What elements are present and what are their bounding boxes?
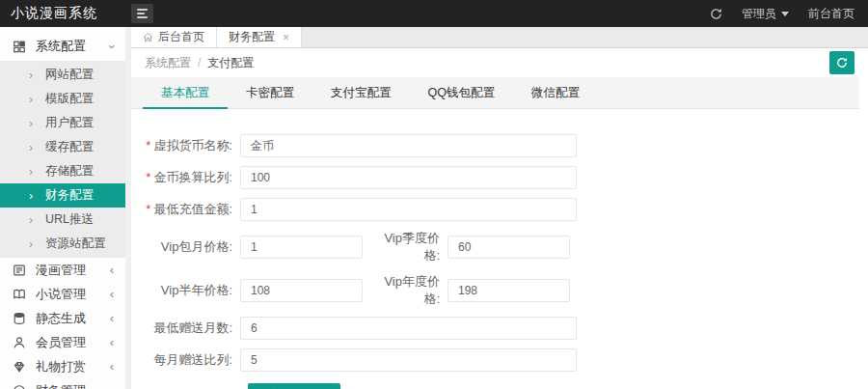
form-actions: 更新配置信息 — [248, 383, 868, 389]
breadcrumb-current: 支付配置 — [207, 55, 254, 71]
form-row: *虚拟货币名称: — [139, 134, 868, 157]
sidebar-item-comic-management[interactable]: 漫画管理 — [0, 258, 125, 282]
app-title: 小说漫画系统 — [0, 5, 131, 22]
monthly-gift-ratio-field[interactable] — [240, 348, 577, 372]
field-label: *金币换算比列: — [139, 169, 240, 186]
sidebar-item-url-push[interactable]: URL推送 — [0, 208, 125, 232]
scrollbar-track — [859, 50, 868, 389]
sidebar-group-system-config[interactable]: 系统配置 — [0, 32, 125, 61]
main-content: 后台首页 财务配置 × 系统配置 / 支付配置 基本配置 卡密配置 支付宝配置 … — [131, 27, 868, 389]
sidebar-group-label: 系统配置 — [36, 38, 86, 55]
diamond-icon — [12, 360, 27, 374]
field-label: Vip半年价格: — [139, 282, 240, 299]
sidebar-item-label: 存储配置 — [45, 163, 94, 180]
vip-year-price-field[interactable] — [448, 279, 570, 302]
label-text: 金币换算比列: — [153, 170, 232, 184]
vip-half-year-price-field[interactable] — [240, 279, 363, 302]
field-label: 每月赠送比列: — [139, 351, 240, 369]
close-icon[interactable]: × — [283, 31, 289, 44]
update-config-button[interactable]: 更新配置信息 — [248, 383, 340, 389]
field-label: Vip季度价格: — [370, 230, 448, 264]
refresh-button[interactable] — [829, 51, 854, 74]
chevron-left-icon — [110, 383, 114, 389]
vip-quarter-price-field[interactable] — [448, 236, 570, 259]
sidebar-item-user-config[interactable]: 用户配置 — [0, 111, 125, 135]
tab-label: 微信配置 — [531, 85, 580, 101]
field-label: Vip年度价格: — [370, 273, 448, 308]
sidebar-item-template-config[interactable]: 模版配置 — [0, 87, 125, 111]
min-recharge-field[interactable] — [240, 198, 577, 221]
tab-alipay-config[interactable]: 支付宝配置 — [312, 77, 410, 108]
sidebar-item-label: 用户配置 — [45, 115, 94, 131]
config-tabs: 基本配置 卡密配置 支付宝配置 QQ钱包配置 微信配置 — [131, 77, 868, 109]
sidebar-item-label: 财务管理 — [36, 382, 86, 389]
field-label: *虚拟货币名称: — [139, 137, 240, 154]
sidebar-item-cache-config[interactable]: 缓存配置 — [0, 135, 125, 159]
vip-month-price-field[interactable] — [240, 236, 363, 259]
sidebar-item-website-config[interactable]: 网站配置 — [0, 63, 125, 87]
hamburger-icon — [137, 9, 148, 18]
breadcrumb: 系统配置 / 支付配置 — [131, 48, 868, 77]
refresh-icon — [836, 57, 848, 69]
min-gift-months-field[interactable] — [240, 317, 577, 340]
frontend-home-link[interactable]: 前台首页 — [808, 6, 854, 22]
sidebar-item-member-management[interactable]: 会员管理 — [0, 330, 125, 354]
tab-finance-config[interactable]: 财务配置 × — [217, 27, 302, 47]
breadcrumb-parent[interactable]: 系统配置 — [145, 55, 191, 71]
sidebar-item-novel-management[interactable]: 小说管理 — [0, 282, 125, 306]
tab-label: 基本配置 — [161, 85, 209, 101]
book-icon — [12, 288, 27, 301]
required-mark: * — [146, 170, 150, 184]
sidebar-item-static-generation[interactable]: 静态生成 — [0, 306, 125, 330]
sidebar-item-label: URL推送 — [45, 211, 94, 228]
virtual-currency-name-field[interactable] — [240, 134, 577, 157]
tab-label: 后台首页 — [158, 29, 204, 45]
sidebar-item-label: 漫画管理 — [36, 262, 86, 279]
admin-label: 管理员 — [742, 6, 776, 22]
sidebar-item-label: 缓存配置 — [45, 139, 94, 155]
chevron-left-icon — [110, 311, 114, 325]
tab-backend-home[interactable]: 后台首页 — [131, 27, 217, 47]
sidebar-item-label: 模版配置 — [45, 91, 94, 107]
refresh-icon[interactable] — [710, 8, 722, 20]
tab-wechat-config[interactable]: 微信配置 — [513, 77, 598, 108]
required-mark: * — [146, 202, 150, 216]
basic-config-form: *虚拟货币名称: *金币换算比列: *最低充值金额: Vip包月价格: Vip季… — [131, 109, 868, 389]
sidebar-item-resource-site-config[interactable]: 资源站配置 — [0, 232, 125, 256]
sidebar-item-label: 礼物打赏 — [36, 358, 86, 375]
form-row: Vip包月价格: Vip季度价格: — [139, 230, 868, 264]
label-text: 最低充值金额: — [153, 202, 232, 216]
tab-basic-config[interactable]: 基本配置 — [143, 77, 228, 108]
form-row: 最低赠送月数: — [139, 317, 868, 340]
sidebar-item-storage-config[interactable]: 存储配置 — [0, 159, 125, 183]
home-icon — [143, 32, 153, 42]
sidebar-item-label: 网站配置 — [45, 67, 94, 83]
label-text: 虚拟货币名称: — [153, 138, 232, 153]
sidebar-item-finance-management[interactable]: ¥ 财务管理 — [0, 378, 125, 389]
sidebar-item-label: 静态生成 — [36, 310, 86, 327]
sidebar-item-finance-config[interactable]: 财务配置 — [0, 183, 125, 208]
sidebar-item-label: 会员管理 — [36, 334, 86, 351]
chevron-down-icon — [104, 44, 119, 48]
database-icon — [12, 312, 27, 325]
top-header: 小说漫画系统 管理员 前台首页 — [0, 0, 868, 27]
user-icon — [12, 336, 27, 349]
menu-toggle-button[interactable] — [131, 4, 153, 23]
coin-ratio-field[interactable] — [240, 166, 577, 189]
form-row: Vip半年价格: Vip年度价格: — [139, 273, 868, 308]
yen-circle-icon: ¥ — [12, 384, 27, 389]
sidebar-item-gift-reward[interactable]: 礼物打赏 — [0, 354, 125, 378]
tab-label: 支付宝配置 — [331, 85, 392, 101]
chevron-left-icon — [110, 287, 114, 301]
tab-label: QQ钱包配置 — [428, 85, 495, 101]
tab-label: 财务配置 — [229, 29, 275, 45]
comic-icon — [12, 264, 27, 277]
tab-qq-wallet-config[interactable]: QQ钱包配置 — [410, 77, 513, 108]
breadcrumb-separator: / — [198, 56, 201, 69]
form-row: *金币换算比列: — [139, 166, 868, 189]
tab-card-config[interactable]: 卡密配置 — [228, 77, 312, 108]
admin-dropdown[interactable]: 管理员 — [742, 6, 789, 22]
page-tabbar: 后台首页 财务配置 × — [131, 27, 868, 48]
field-label: 最低赠送月数: — [139, 320, 240, 337]
chevron-left-icon — [110, 263, 114, 277]
